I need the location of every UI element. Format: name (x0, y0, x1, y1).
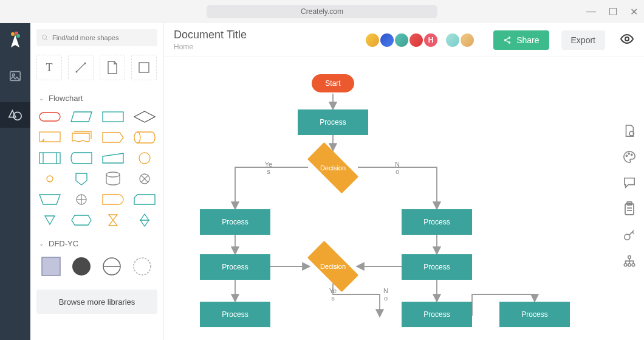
display-shape[interactable] (36, 130, 63, 145)
svg-point-43 (631, 154, 632, 155)
key-icon (623, 229, 636, 242)
process-node[interactable]: Process (499, 302, 570, 327)
or-shape[interactable] (68, 192, 95, 207)
stored-shape[interactable] (68, 150, 95, 166)
shapes-panel: T ⌄ Flowchart (30, 23, 164, 340)
avatar[interactable] (408, 32, 424, 48)
collate-shape[interactable] (100, 212, 126, 228)
svg-point-31 (504, 39, 507, 41)
svg-line-9 (77, 64, 84, 71)
svg-point-4 (12, 74, 15, 76)
decision-node[interactable]: Decision (309, 249, 357, 283)
dfd-section-header[interactable]: ⌄ DFD-YC (39, 239, 157, 248)
svg-point-48 (625, 234, 630, 240)
no-label: N o (379, 287, 393, 302)
process-node[interactable]: Process (200, 302, 270, 327)
share-label: Share (516, 35, 539, 45)
process-node[interactable]: Process (200, 254, 270, 280)
flowchart-section-label: Flowchart (49, 94, 83, 103)
avatar[interactable] (459, 32, 475, 48)
avatar[interactable]: H (423, 32, 439, 48)
process-node[interactable]: Process (298, 109, 368, 135)
maximize-button[interactable] (609, 8, 617, 15)
notes-button[interactable] (623, 201, 635, 218)
decision-node[interactable]: Decision (309, 151, 357, 185)
dfd-entity-shape[interactable] (39, 254, 63, 279)
preview-button[interactable] (620, 32, 634, 48)
line-tool[interactable] (68, 55, 94, 80)
start-node[interactable]: Start (312, 74, 354, 92)
square-icon (137, 61, 151, 74)
data-shape[interactable] (68, 109, 95, 125)
delay-shape[interactable] (100, 192, 126, 207)
process-node[interactable]: Process (402, 209, 472, 235)
shapes-icon (8, 108, 22, 122)
address-bar[interactable]: Creately.com (207, 5, 437, 18)
rect-tool[interactable] (131, 55, 157, 80)
sort-shape[interactable] (131, 212, 158, 228)
merge-shape[interactable] (36, 212, 63, 228)
tool-row: T (36, 55, 157, 80)
comments-button[interactable] (623, 176, 636, 190)
offpage-shape[interactable] (68, 171, 95, 187)
manual-op-shape[interactable] (36, 192, 63, 207)
database-shape[interactable] (100, 171, 126, 187)
svg-point-30 (509, 36, 511, 39)
connector-shape[interactable] (131, 150, 158, 166)
rail-shapes-button[interactable] (0, 102, 30, 128)
export-button[interactable]: Export (561, 30, 605, 50)
svg-point-14 (134, 132, 140, 143)
avatar[interactable] (379, 32, 395, 48)
process-node[interactable]: Process (200, 209, 270, 235)
url-text: Creately.com (301, 7, 343, 16)
flowchart-section-header[interactable]: ⌄ Flowchart (39, 94, 157, 103)
decision-shape[interactable] (131, 109, 158, 125)
document-title[interactable]: Document Title (174, 29, 357, 41)
dfd-datastore-shape[interactable] (100, 254, 124, 279)
summing-shape[interactable] (131, 171, 158, 187)
browse-libraries-button[interactable]: Browse more libraries (36, 290, 157, 314)
rail-images-button[interactable] (0, 63, 30, 89)
properties-button[interactable] (623, 124, 636, 139)
card-shape[interactable] (131, 192, 158, 207)
small-connector-shape[interactable] (36, 171, 63, 187)
svg-point-41 (626, 155, 627, 156)
shape-search-input[interactable] (52, 34, 152, 41)
process-node[interactable]: Process (402, 254, 472, 280)
tag-shape[interactable] (100, 130, 126, 145)
predefined-shape[interactable] (36, 150, 63, 166)
dfd-dashed-shape[interactable] (130, 254, 154, 279)
key-button[interactable] (623, 229, 636, 244)
prep-shape[interactable] (68, 212, 95, 228)
terminator-shape[interactable] (36, 109, 63, 125)
page-tool[interactable] (100, 55, 125, 80)
canvas[interactable]: Start Process Decision Ye s N o Process … (164, 57, 644, 340)
cylinder-horiz-shape[interactable] (131, 130, 158, 145)
dfd-process-shape[interactable] (69, 254, 94, 279)
shape-search[interactable] (36, 29, 157, 46)
avatar[interactable] (445, 32, 461, 48)
process-shape[interactable] (100, 109, 126, 125)
text-tool[interactable]: T (36, 55, 62, 80)
document-header: Document Title Home H Share Export (164, 23, 644, 57)
share-icon (503, 36, 512, 44)
manual-input-shape[interactable] (100, 150, 126, 166)
no-label: N o (390, 161, 405, 175)
yes-label: Ye s (326, 287, 340, 302)
connectors (164, 57, 644, 340)
chevron-down-icon: ⌄ (39, 95, 44, 102)
multidoc-shape[interactable] (68, 130, 95, 145)
minimize-button[interactable]: — (586, 6, 596, 17)
avatar[interactable] (365, 32, 380, 48)
hierarchy-icon (623, 255, 636, 268)
share-button[interactable]: Share (493, 30, 549, 50)
close-button[interactable]: ✕ (630, 6, 638, 18)
theme-button[interactable] (623, 150, 636, 165)
avatar-initial: H (428, 36, 434, 44)
process-node[interactable]: Process (402, 302, 472, 327)
app-logo (7, 32, 23, 50)
breadcrumb[interactable]: Home (174, 43, 357, 51)
sitemap-button[interactable] (623, 255, 636, 270)
avatar[interactable] (394, 32, 409, 48)
image-icon (9, 69, 22, 83)
